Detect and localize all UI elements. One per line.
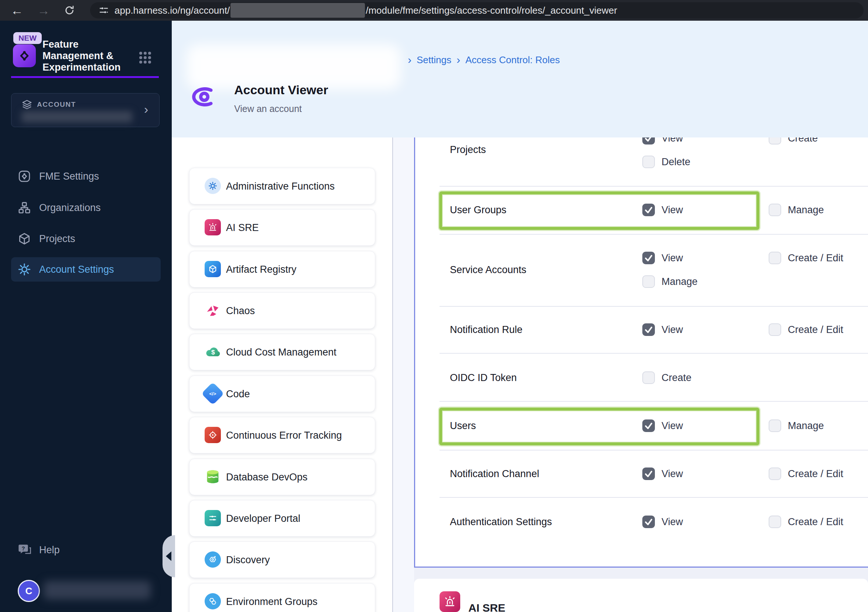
checkbox-notification-rule-create-edit[interactable] bbox=[769, 323, 781, 336]
svg-text:?: ? bbox=[22, 545, 25, 551]
sidebar-item-organizations[interactable]: Organizations bbox=[0, 196, 172, 220]
row-divider bbox=[440, 353, 868, 354]
checkbox-label: View bbox=[662, 252, 683, 264]
siren-icon bbox=[205, 219, 221, 235]
breadcrumb-link-settings[interactable]: Settings bbox=[417, 54, 451, 66]
reload-icon bbox=[64, 5, 75, 16]
database-icon bbox=[205, 469, 221, 485]
checkbox-service-accounts-view[interactable] bbox=[642, 252, 655, 264]
sidebar-item-fme-settings[interactable]: FME Settings bbox=[0, 164, 172, 188]
browser-forward-button[interactable]: → bbox=[33, 0, 54, 21]
column-gutter bbox=[393, 137, 414, 612]
breadcrumb-separator: › bbox=[457, 54, 460, 66]
checkbox-label: Create / Edit bbox=[788, 324, 843, 336]
checkbox-oidc-id-token-create[interactable] bbox=[642, 371, 655, 384]
site-info-icon[interactable] bbox=[98, 5, 109, 16]
checkbox-label: Create / Edit bbox=[788, 252, 843, 264]
module-card-database-devops[interactable]: Database DevOps bbox=[189, 459, 375, 495]
row-divider bbox=[440, 401, 868, 402]
checkbox-authentication-settings-view[interactable] bbox=[642, 516, 655, 528]
resource-label-projects: Projects bbox=[450, 144, 486, 155]
new-badge: NEW bbox=[13, 32, 42, 44]
chaos-icon bbox=[205, 302, 221, 318]
checkbox-notification-channel-view[interactable] bbox=[642, 468, 655, 480]
module-card-administrative-functions[interactable]: Administrative Functions bbox=[189, 168, 375, 204]
org-chart-icon bbox=[18, 201, 31, 214]
browser-reload-button[interactable] bbox=[59, 0, 80, 21]
row-divider bbox=[440, 306, 868, 307]
module-card-code[interactable]: </>Code bbox=[189, 376, 375, 412]
checkbox-label: View bbox=[662, 324, 683, 336]
module-label: Discovery bbox=[226, 554, 270, 565]
checkbox-user-groups-manage[interactable] bbox=[769, 203, 781, 216]
checkbox-users-manage[interactable] bbox=[769, 419, 781, 432]
browser-back-button[interactable]: ← bbox=[7, 0, 27, 21]
next-resource-group-label: AI SRE bbox=[468, 602, 505, 612]
url-field[interactable]: app.harness.io/ng/account//module/fme/se… bbox=[90, 2, 863, 19]
row-divider bbox=[440, 450, 868, 450]
checkbox-label: Manage bbox=[662, 276, 698, 287]
module-label: Chaos bbox=[226, 305, 255, 316]
checkbox-label: View bbox=[662, 204, 683, 216]
module-card-cloud-cost-management[interactable]: $Cloud Cost Management bbox=[189, 334, 375, 370]
sidebar-item-label: Account Settings bbox=[39, 264, 114, 275]
module-card-chaos[interactable]: Chaos bbox=[189, 292, 375, 329]
resource-label-users: Users bbox=[450, 420, 476, 432]
module-card-environment-groups[interactable]: Environment Groups bbox=[189, 583, 375, 612]
cloud-dollar-icon: $ bbox=[205, 344, 221, 360]
hex-gear-icon bbox=[205, 551, 221, 568]
browser-url-bar: ← → app.harness.io/ng/account//module/fm… bbox=[0, 0, 868, 21]
checkbox-label: Create bbox=[662, 372, 691, 384]
checkbox-label: View bbox=[662, 420, 683, 432]
collapse-arrow-icon bbox=[166, 551, 171, 561]
hexagons-icon bbox=[205, 593, 221, 609]
module-card-developer-portal[interactable]: Developer Portal bbox=[189, 500, 375, 537]
module-card-artifact-registry[interactable]: Artifact Registry bbox=[189, 251, 375, 287]
module-label: Cloud Cost Management bbox=[226, 346, 336, 358]
module-label: Database DevOps bbox=[226, 471, 308, 483]
resource-label-user-groups: User Groups bbox=[450, 204, 506, 216]
checkbox-service-accounts-manage[interactable] bbox=[642, 275, 655, 288]
resource-label-notification-rule: Notification Rule bbox=[450, 324, 522, 336]
module-label: Environment Groups bbox=[226, 596, 318, 607]
url-text[interactable]: app.harness.io/ng/account//module/fme/se… bbox=[115, 3, 617, 18]
checkbox-label: Manage bbox=[788, 420, 824, 432]
module-label: Administrative Functions bbox=[226, 180, 335, 192]
breadcrumb: › Settings › Access Control: Roles bbox=[403, 52, 560, 68]
fme-app-logo-icon[interactable] bbox=[13, 44, 36, 67]
app-grid-icon[interactable] bbox=[138, 51, 152, 64]
user-avatar[interactable]: C bbox=[18, 580, 40, 602]
sliders-icon bbox=[205, 510, 221, 526]
breadcrumb-link-access-control-roles[interactable]: Access Control: Roles bbox=[465, 54, 560, 66]
module-card-ai-sre[interactable]: AI SRE bbox=[189, 209, 375, 246]
module-card-continuous-error-tracking[interactable]: Continuous Error Tracking bbox=[189, 417, 375, 454]
checkbox-notification-rule-view[interactable] bbox=[642, 323, 655, 336]
chevron-right-icon[interactable]: › bbox=[144, 103, 148, 115]
sidebar-item-projects[interactable]: Projects bbox=[0, 227, 172, 251]
eye-icon bbox=[191, 87, 217, 107]
checkbox-projects-delete[interactable] bbox=[642, 155, 655, 168]
module-card-discovery[interactable]: Discovery bbox=[189, 541, 375, 578]
checkbox-service-accounts-create-edit[interactable] bbox=[769, 252, 781, 264]
module-label: AI SRE bbox=[226, 222, 259, 233]
checkbox-label: Create / Edit bbox=[788, 468, 843, 480]
sidebar-item-label: Organizations bbox=[39, 202, 101, 214]
checkbox-users-view[interactable] bbox=[642, 419, 655, 432]
sidebar-collapse-handle[interactable] bbox=[163, 535, 175, 577]
page-title: Account Viewer bbox=[234, 83, 328, 97]
checkbox-label: Create / Edit bbox=[788, 516, 843, 528]
sidebar-item-help[interactable]: ? Help bbox=[0, 539, 111, 561]
redacted-account-name bbox=[22, 111, 132, 123]
redacted-user-name bbox=[43, 581, 151, 600]
resource-label-service-accounts: Service Accounts bbox=[450, 264, 526, 276]
checkbox-user-groups-view[interactable] bbox=[642, 203, 655, 216]
checkbox-authentication-settings-create-edit[interactable] bbox=[769, 516, 781, 528]
cube-white-icon bbox=[205, 261, 221, 277]
module-list-column bbox=[172, 137, 392, 612]
checkbox-notification-channel-create-edit[interactable] bbox=[769, 468, 781, 480]
sidebar-item-account-settings[interactable]: Account Settings bbox=[11, 257, 161, 282]
gear-icon bbox=[18, 263, 31, 276]
module-label: Artifact Registry bbox=[226, 264, 297, 275]
app-title: FeatureManagement &Experimentation bbox=[42, 39, 138, 73]
ai-sre-icon bbox=[440, 591, 460, 612]
